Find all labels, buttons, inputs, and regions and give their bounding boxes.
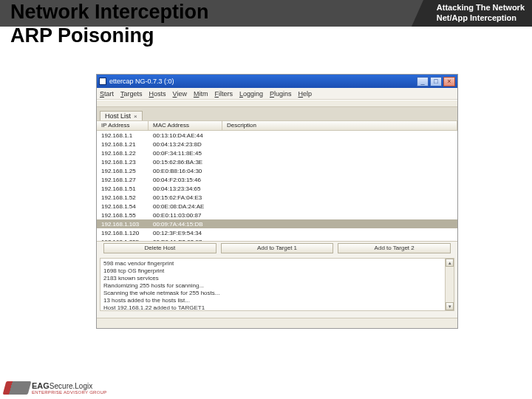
tab-row: Host List × xyxy=(97,107,457,120)
cell-ip: 192.168.1.120 xyxy=(97,230,149,236)
window-title-text: ettercap NG-0.7.3 (:0) xyxy=(109,78,174,85)
title-line2: ARP Poisoning xyxy=(10,24,209,47)
cell-mac: 00:04:13:23:34:65 xyxy=(149,185,222,192)
section-line2: Net/App Interception xyxy=(437,13,525,23)
host-list-header: IP Address MAC Address Description xyxy=(97,120,457,131)
table-row[interactable]: 192.168.1.2200:0F:34:11:8E:45 xyxy=(97,149,457,157)
menu-targets[interactable]: Targets xyxy=(120,90,143,98)
brand-tagline: ENTERPRISE ADVISORY GROUP xyxy=(32,390,107,395)
cell-ip: 192.168.1.103 xyxy=(97,221,149,228)
log-line: 598 mac vendor fingerprint xyxy=(103,260,451,267)
toolbar-strip xyxy=(97,100,457,107)
menu-filters[interactable]: Filters xyxy=(214,90,233,98)
cell-ip: 192.168.1.52 xyxy=(97,194,149,201)
table-row[interactable]: 192.168.1.2300:15:62:86:BA:3E xyxy=(97,157,457,166)
col-mac[interactable]: MAC Address xyxy=(149,121,222,130)
log-panel[interactable]: 598 mac vendor fingerprint1698 tcp OS fi… xyxy=(100,258,454,311)
add-target2-button[interactable]: Add to Target 2 xyxy=(338,243,451,253)
title-line1: Network Interception xyxy=(10,0,209,24)
menu-start[interactable]: Start xyxy=(100,90,114,98)
log-scrollbar[interactable]: ▴ ▾ xyxy=(445,259,454,310)
cell-mac: 00:0E:08:DA:24:AE xyxy=(149,203,222,210)
cell-ip: 192.168.1.51 xyxy=(97,185,149,192)
cell-mac: 00:E0:11:03:00:87 xyxy=(149,212,222,219)
cell-ip: 192.168.1.1 xyxy=(97,132,149,139)
cell-mac: 00:09:7A:44:15:DB xyxy=(149,221,222,228)
log-line: Scanning the whole netmask for 255 hosts… xyxy=(103,290,451,297)
cell-mac: 00:04:F2:03:15:46 xyxy=(149,177,222,183)
cell-mac: 00:15:62:FA:04:E3 xyxy=(149,194,222,201)
table-row[interactable]: 192.168.1.12000:12:3F:E9:54:34 xyxy=(97,228,457,237)
log-line: 13 hosts added to the hosts list... xyxy=(103,297,451,304)
cell-mac: 00:15:62:86:BA:3E xyxy=(149,159,222,166)
cell-ip: 192.168.1.25 xyxy=(97,168,149,174)
table-row[interactable]: 192.168.1.5100:04:13:23:34:65 xyxy=(97,184,457,193)
col-desc[interactable]: Description xyxy=(222,121,457,130)
log-line: 2183 known services xyxy=(103,275,451,282)
table-row[interactable]: 192.168.1.5400:0E:08:DA:24:AE xyxy=(97,202,457,211)
menu-hosts[interactable]: Hosts xyxy=(149,90,166,98)
scroll-down-icon[interactable]: ▾ xyxy=(446,302,454,310)
slide-title: Network Interception ARP Poisoning xyxy=(10,0,209,47)
section-tab: Attacking The Network Net/App Intercepti… xyxy=(423,0,532,27)
minimize-button[interactable]: _ xyxy=(417,77,429,86)
logo-mark-icon xyxy=(3,381,32,395)
cell-ip: 192.168.1.55 xyxy=(97,212,149,219)
cell-ip: 192.168.1.54 xyxy=(97,203,149,210)
delete-host-button[interactable]: Delete Host xyxy=(103,243,216,253)
host-list-body[interactable]: 192.168.1.100:13:10:D4:AE:44192.168.1.21… xyxy=(97,131,457,242)
brand-bold: EAG xyxy=(32,381,50,390)
table-row[interactable]: 192.168.1.2100:04:13:24:23:8D xyxy=(97,140,457,149)
menu-mitm[interactable]: Mitm xyxy=(194,90,208,98)
table-row[interactable]: 192.168.1.2500:E0:B8:16:04:30 xyxy=(97,166,457,175)
tab-host-list[interactable]: Host List × xyxy=(100,111,143,120)
cell-mac: 00:04:13:24:23:8D xyxy=(149,141,222,148)
close-button[interactable]: × xyxy=(443,77,455,86)
menu-plugins[interactable]: Plugins xyxy=(270,90,292,98)
cell-mac: 00:12:3F:E9:54:34 xyxy=(149,230,222,236)
table-row[interactable]: 192.168.1.2700:04:F2:03:15:46 xyxy=(97,175,457,184)
cell-mac: 00:0F:34:11:8E:45 xyxy=(149,150,222,157)
log-line: Host 192.168.1.22 added to TARGET1 xyxy=(103,304,451,311)
logo-text: EAGSecure.Logix ENTERPRISE ADVISORY GROU… xyxy=(32,381,107,395)
menu-bar[interactable]: Start Targets Hosts View Mitm Filters Lo… xyxy=(97,88,457,100)
table-row[interactable]: 192.168.1.5200:15:62:FA:04:E3 xyxy=(97,193,457,202)
table-row[interactable]: 192.168.1.100:13:10:D4:AE:44 xyxy=(97,131,457,140)
cell-ip: 192.168.1.23 xyxy=(97,159,149,166)
cell-mac: 00:E0:B8:16:04:30 xyxy=(149,168,222,174)
cell-ip: 192.168.1.21 xyxy=(97,141,149,148)
cell-ip: 192.168.1.27 xyxy=(97,177,149,183)
add-target1-button[interactable]: Add to Target 1 xyxy=(221,243,334,253)
log-line: Randomizing 255 hosts for scanning... xyxy=(103,282,451,290)
tab-close-icon[interactable]: × xyxy=(134,113,137,120)
window-titlebar[interactable]: ettercap NG-0.7.3 (:0) _ □ × xyxy=(97,75,457,88)
col-ip[interactable]: IP Address xyxy=(97,121,149,130)
table-row[interactable]: 192.168.1.5500:E0:11:03:00:87 xyxy=(97,211,457,219)
table-row[interactable]: 192.168.1.10300:09:7A:44:15:DB xyxy=(97,219,457,228)
app-icon xyxy=(99,78,106,85)
tab-label: Host List xyxy=(105,112,131,120)
status-bar xyxy=(97,318,457,328)
cell-ip: 192.168.1.22 xyxy=(97,150,149,157)
log-line: 1698 tcp OS fingerprint xyxy=(103,267,451,275)
menu-logging[interactable]: Logging xyxy=(239,90,263,98)
cell-mac: 00:13:10:D4:AE:44 xyxy=(149,132,222,139)
menu-help[interactable]: Help xyxy=(299,90,313,98)
scroll-up-icon[interactable]: ▴ xyxy=(446,259,454,267)
footer-logo: EAGSecure.Logix ENTERPRISE ADVISORY GROU… xyxy=(4,381,107,395)
app-window: ettercap NG-0.7.3 (:0) _ □ × Start Targe… xyxy=(96,74,458,329)
section-line1: Attacking The Network xyxy=(437,2,525,13)
menu-view[interactable]: View xyxy=(173,90,187,98)
brand-rest: Secure.Logix xyxy=(50,382,92,390)
button-row: Delete Host Add to Target 1 Add to Targe… xyxy=(97,242,457,255)
maximize-button[interactable]: □ xyxy=(430,77,442,86)
